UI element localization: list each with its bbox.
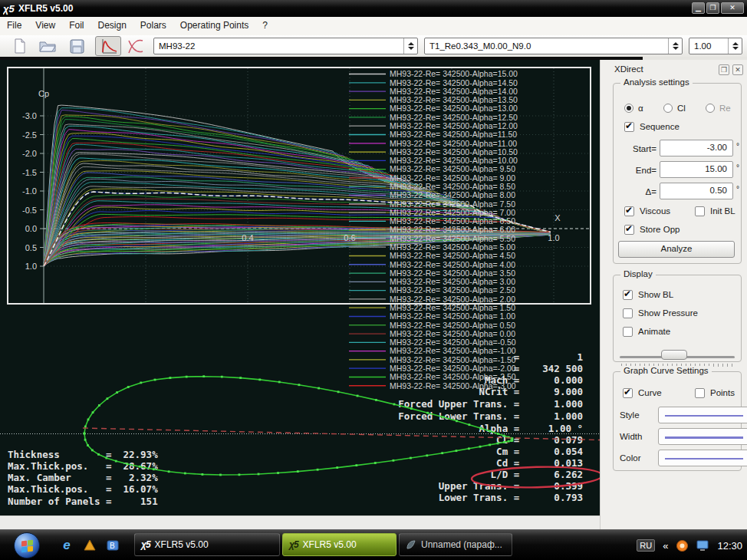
store-opp-checkbox[interactable] <box>624 225 634 235</box>
xdirect-panel: XDirect ❐ ✕ Analysis settings α Cl Re Se… <box>600 60 747 529</box>
start-input[interactable]: -3.00 <box>660 140 733 156</box>
svg-text:MH93-22-Re= 342500-Alpha= 5.50: MH93-22-Re= 342500-Alpha= 5.50 <box>390 234 515 243</box>
store-opp-label: Store Opp <box>640 225 680 234</box>
curve-settings-caption: Graph Curve Settings <box>620 366 712 375</box>
color-combobox[interactable] <box>658 450 747 466</box>
minimize-button[interactable]: ▁ <box>692 2 705 14</box>
open-button[interactable] <box>35 36 60 56</box>
taskbar-task-unnamed[interactable]: Unnamed (параф... <box>399 533 512 556</box>
svg-text:MH93-22-Re= 342500-Alpha= 3.50: MH93-22-Re= 342500-Alpha= 3.50 <box>390 268 515 278</box>
foil-combobox-value: MH93-22 <box>154 41 403 51</box>
svg-text:Lower Trans. = 0.793: Lower Trans. = 0.793 <box>393 492 583 503</box>
system-tray: RU « 12:30 <box>637 530 742 560</box>
new-document-button[interactable] <box>8 36 32 56</box>
show-bl-checkbox[interactable] <box>623 290 633 300</box>
menu-item-?[interactable]: ? <box>255 17 275 31</box>
title-bar: χ5 XFLR5 v5.00 ▁ ❐ ✕ <box>0 0 747 17</box>
oppoint-combobox-arrows[interactable] <box>728 38 742 54</box>
svg-text:MH93-22-Re= 342500-Alpha=10.00: MH93-22-Re= 342500-Alpha=10.00 <box>390 156 518 165</box>
svg-text:MH93-22-Re= 342500-Alpha= 0.00: MH93-22-Re= 342500-Alpha= 0.00 <box>390 329 515 338</box>
init-bl-checkbox[interactable] <box>695 206 705 216</box>
polar-view-button[interactable] <box>123 36 149 56</box>
analyze-button[interactable]: Analyze <box>618 241 735 258</box>
windows-flag-icon <box>21 540 34 552</box>
polar-combobox-arrows[interactable] <box>668 38 682 54</box>
language-indicator[interactable]: RU <box>637 539 655 552</box>
xflr5-logo-icon: χ5 <box>289 539 298 550</box>
foil-combobox-arrows[interactable] <box>403 38 417 54</box>
taskbar: e B χ5 XFLR5 v5.00 χ5 XFLR5 v5.00 Unname… <box>0 529 747 560</box>
toolbar: MH93-22 T1_Re0.343_M0.00_N9.0 1.00 <box>0 35 747 57</box>
task-label: Unnamed (параф... <box>421 539 502 550</box>
menu-item-operating-points[interactable]: Operating Points <box>173 17 255 31</box>
svg-text:= 1: = 1 <box>393 351 583 363</box>
svg-text:MH93-22-Re= 342500-Alpha=12.50: MH93-22-Re= 342500-Alpha=12.50 <box>390 113 518 122</box>
polar-combobox[interactable]: T1_Re0.343_M0.00_N9.0 <box>424 38 683 54</box>
svg-text:MH93-22-Re= 342500-Alpha= 4.00: MH93-22-Re= 342500-Alpha= 4.00 <box>390 260 515 269</box>
menu-bar: FileViewFoilDesignPolarsOperating Points… <box>0 17 747 36</box>
menu-item-foil[interactable]: Foil <box>62 17 90 31</box>
svg-text:MH93-22-Re= 342500-Alpha=12.00: MH93-22-Re= 342500-Alpha=12.00 <box>390 121 518 130</box>
task-label: XFLR5 v5.00 <box>303 539 357 550</box>
points-checkbox[interactable] <box>695 388 705 398</box>
tray-display-icon[interactable] <box>696 539 709 552</box>
quicklaunch-dm-icon[interactable] <box>83 539 97 552</box>
svg-text:MH93-22-Re= 342500-Alpha= 1.50: MH93-22-Re= 342500-Alpha= 1.50 <box>390 303 515 312</box>
svg-text:MH93-22-Re= 342500-Alpha=14.50: MH93-22-Re= 342500-Alpha=14.50 <box>390 78 518 87</box>
menu-item-polars[interactable]: Polars <box>133 17 173 31</box>
svg-text:MH93-22-Re= 342500-Alpha= 9.50: MH93-22-Re= 342500-Alpha= 9.50 <box>390 164 515 173</box>
svg-text:Alpha = 1.00 °: Alpha = 1.00 ° <box>393 423 583 434</box>
oppoint-combobox-value: 1.00 <box>689 41 728 51</box>
svg-text:Number of Panels = 151: Number of Panels = 151 <box>8 496 158 507</box>
graph-curve-settings-group: Graph Curve Settings Curve Points Style … <box>613 371 742 471</box>
taskbar-task-xflr5-2[interactable]: χ5 XFLR5 v5.00 <box>282 533 397 556</box>
delta-input[interactable]: 0.50 <box>660 183 733 199</box>
start-unit: ° <box>736 142 739 150</box>
viscous-checkbox[interactable] <box>624 206 634 216</box>
radio-re[interactable] <box>706 104 715 113</box>
oppoint-combobox[interactable]: 1.00 <box>689 38 742 54</box>
show-pressure-checkbox[interactable] <box>623 308 633 318</box>
radio-alpha[interactable] <box>624 104 633 113</box>
quicklaunch-ie-icon[interactable]: e <box>60 539 74 552</box>
menu-item-design[interactable]: Design <box>90 17 133 31</box>
svg-text:Max.Thick.pos. = 16.07%: Max.Thick.pos. = 16.07% <box>8 483 158 495</box>
radio-alpha-label: α <box>638 104 643 113</box>
animation-slider-handle[interactable] <box>661 350 687 360</box>
sequence-checkbox[interactable] <box>624 122 634 132</box>
curve-checkbox[interactable] <box>623 388 633 398</box>
restore-button[interactable]: ❐ <box>706 2 719 14</box>
new-document-icon <box>13 38 27 54</box>
menu-item-view[interactable]: View <box>28 17 62 31</box>
save-button[interactable] <box>64 36 89 56</box>
style-combobox[interactable] <box>658 407 747 423</box>
analysis-settings-group: Analysis settings α Cl Re Sequence Start… <box>613 83 742 264</box>
close-button[interactable]: ✕ <box>721 2 744 14</box>
quicklaunch-app-icon[interactable]: B <box>106 539 120 552</box>
start-button[interactable] <box>14 532 40 558</box>
svg-text:MH93-22-Re= 342500-Alpha=13.50: MH93-22-Re= 342500-Alpha=13.50 <box>390 95 518 104</box>
paint-app-icon <box>406 539 416 550</box>
delta-label: Δ= <box>620 187 657 196</box>
cp-view-button[interactable] <box>95 36 121 56</box>
svg-text:Forced Upper Trans. = 1.0: Forced Upper Trans. = 1.000 <box>393 398 583 410</box>
svg-text:MH93-22-Re= 342500-Alpha= 8.00: MH93-22-Re= 342500-Alpha= 8.00 <box>390 190 515 199</box>
svg-text:MH93-22-Re= 342500-Alpha= 7.50: MH93-22-Re= 342500-Alpha= 7.50 <box>390 199 515 209</box>
cp-graph-area[interactable]: Cp-3.0-2.5-2.0-1.5-1.0-0.50.00.51.00.40.… <box>0 60 600 516</box>
foil-combobox[interactable]: MH93-22 <box>153 38 418 54</box>
end-input[interactable]: 15.00 <box>660 161 733 178</box>
radio-cl[interactable] <box>663 104 673 113</box>
task-label: XFLR5 v5.00 <box>155 539 209 550</box>
width-combobox[interactable] <box>658 428 747 445</box>
animate-checkbox[interactable] <box>623 327 633 337</box>
menu-item-file[interactable]: File <box>0 17 28 31</box>
taskbar-task-xflr5-1[interactable]: χ5 XFLR5 v5.00 <box>134 533 280 556</box>
float-panel-button[interactable]: ❐ <box>719 64 729 75</box>
svg-text:-1.5: -1.5 <box>22 168 37 177</box>
svg-text:MH93-22-Re= 342500-Alpha=13.00: MH93-22-Re= 342500-Alpha=13.00 <box>390 104 518 113</box>
tray-orange-icon[interactable] <box>676 539 689 552</box>
end-label: End= <box>620 166 657 175</box>
svg-text:-1.0: -1.0 <box>22 186 37 196</box>
close-panel-button[interactable]: ✕ <box>732 64 743 75</box>
tray-expand-chevron[interactable]: « <box>663 540 668 552</box>
